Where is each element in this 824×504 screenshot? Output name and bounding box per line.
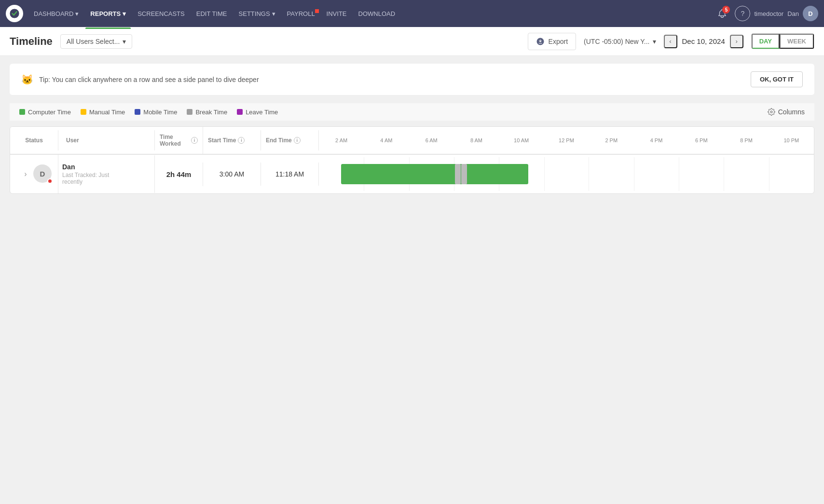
col-header-end-time: End Time i: [261, 130, 319, 150]
status-dot: [47, 178, 53, 184]
top-navigation: DASHBOARD ▾ REPORTS ▾ SCREENCASTS EDIT T…: [0, 0, 824, 27]
col-header-timeline: 2 AM 4 AM 6 AM 8 AM 10 AM 12 PM 2 PM 4 P…: [319, 131, 814, 150]
computer-time-dot: [19, 109, 25, 115]
tip-icon: 🐱: [21, 74, 33, 85]
username-label[interactable]: timedoctor: [754, 10, 783, 17]
computer-time-block: [341, 164, 528, 184]
week-view-button[interactable]: WEEK: [780, 34, 814, 49]
notifications-bell[interactable]: 5: [714, 5, 731, 22]
nav-right-section: 5 ? timedoctor Dan D: [714, 5, 818, 22]
col-header-status: Status: [10, 130, 58, 150]
break-time-block: [455, 164, 461, 184]
legend-row: Computer Time Manual Time Mobile Time Br…: [10, 103, 814, 121]
col-header-time-worked: Time Worked i: [155, 127, 203, 154]
nav-reports[interactable]: REPORTS ▾: [85, 7, 131, 20]
table-row[interactable]: › D Dan Last Tracked: Just recently 2h 4…: [10, 154, 814, 193]
manual-time-dot: [81, 109, 86, 115]
leave-time-dot: [237, 109, 243, 115]
user-avatar[interactable]: D: [803, 6, 818, 21]
day-view-button[interactable]: DAY: [752, 34, 780, 49]
tip-text: Tip: You can click anywhere on a row and…: [39, 76, 259, 83]
logo[interactable]: [6, 5, 23, 22]
nav-dashboard[interactable]: DASHBOARD ▾: [29, 7, 83, 20]
columns-button[interactable]: Columns: [768, 108, 805, 116]
nav-invite[interactable]: INVITE: [322, 7, 352, 20]
table-header: Status User Time Worked i Start Time i E…: [10, 127, 814, 154]
col-header-start-time: Start Time i: [203, 130, 261, 150]
user-display-name[interactable]: Dan: [787, 10, 799, 17]
export-icon: [536, 37, 545, 46]
break-time-block-2: [461, 164, 467, 184]
nav-edit-time[interactable]: EDIT TIME: [192, 7, 232, 20]
user-name: Dan: [62, 163, 121, 171]
tip-ok-button[interactable]: OK, GOT IT: [751, 71, 803, 87]
break-time-dot: [187, 109, 192, 115]
row-time-worked-cell: 2h 44m: [155, 163, 203, 186]
row-expand-button[interactable]: ›: [18, 170, 29, 178]
legend-break-time: Break Time: [187, 109, 227, 116]
timezone-selector[interactable]: (UTC -05:00) New Y... ▾: [584, 38, 656, 45]
row-end-time-cell: 11:18 AM: [261, 163, 319, 186]
nav-screencasts[interactable]: SCREENCASTS: [133, 7, 190, 20]
legend-leave-time: Leave Time: [237, 109, 278, 116]
legend-manual-time: Manual Time: [81, 109, 125, 116]
page-title: Timeline: [10, 35, 53, 48]
notification-count: 5: [722, 6, 730, 14]
nav-settings[interactable]: SETTINGS ▾: [234, 7, 280, 20]
mobile-time-dot: [135, 109, 140, 115]
row-timeline-cell: [319, 157, 814, 191]
end-time-info-icon[interactable]: i: [294, 137, 301, 144]
view-toggle: DAY WEEK: [751, 33, 814, 49]
tip-bar: 🐱 Tip: You can click anywhere on a row a…: [10, 64, 814, 95]
user-avatar-wrap: D: [33, 164, 53, 184]
user-select-button[interactable]: All Users Select... ▾: [60, 34, 132, 49]
help-button[interactable]: ?: [735, 6, 750, 21]
col-header-user: User: [58, 130, 155, 150]
timeline-table: Status User Time Worked i Start Time i E…: [10, 126, 814, 194]
date-navigation: ‹ Dec 10, 2024 ›: [664, 35, 743, 48]
current-date-label: Dec 10, 2024: [682, 37, 725, 45]
user-last-tracked: Last Tracked: Just recently: [62, 172, 121, 185]
row-status-cell: › D: [10, 155, 58, 193]
chevron-down-icon: ▾: [653, 38, 656, 45]
row-user-cell: Dan Last Tracked: Just recently: [58, 155, 155, 193]
start-time-info-icon[interactable]: i: [238, 137, 245, 144]
user-info: Dan Last Tracked: Just recently: [62, 163, 125, 185]
sub-header: Timeline All Users Select... ▾ Export (U…: [0, 27, 824, 56]
payroll-dot: [315, 9, 319, 13]
time-worked-info-icon[interactable]: i: [191, 137, 198, 144]
row-start-time-cell: 3:00 AM: [203, 163, 261, 186]
legend-mobile-time: Mobile Time: [135, 109, 177, 116]
next-date-button[interactable]: ›: [730, 35, 743, 48]
prev-date-button[interactable]: ‹: [664, 35, 677, 48]
export-button[interactable]: Export: [528, 33, 576, 50]
tip-content: 🐱 Tip: You can click anywhere on a row a…: [21, 74, 259, 85]
nav-payroll[interactable]: PAYROLL: [282, 7, 320, 20]
chevron-down-icon: ▾: [123, 38, 126, 45]
gear-icon: [768, 108, 775, 116]
legend-computer-time: Computer Time: [19, 109, 71, 116]
nav-download[interactable]: DOWNLOAD: [354, 7, 400, 20]
